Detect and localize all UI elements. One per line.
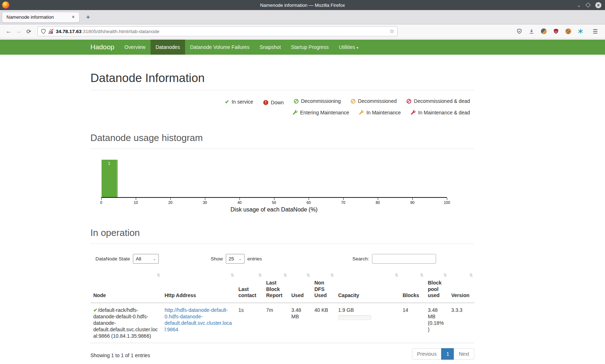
x-tick: 80 xyxy=(376,200,380,205)
legend-in-service: ✔ In service xyxy=(225,97,253,107)
downloads-icon[interactable] xyxy=(529,28,535,35)
tab-close-icon[interactable]: ✕ xyxy=(70,14,76,20)
hadoop-navbar: Hadoop Overview Datanodes Datanode Volum… xyxy=(0,40,605,55)
tracking-protection-shield-icon[interactable] xyxy=(41,28,46,34)
legend-in-maintenance: In Maintenance xyxy=(359,108,401,118)
insecure-lock-icon[interactable] xyxy=(49,29,53,34)
bar-value-label: 1 xyxy=(102,161,117,165)
column-header-version[interactable]: ⇅Version xyxy=(448,270,474,303)
x-tick: 10 xyxy=(134,200,138,205)
cell-http-address: http://hdfs-datanode-default-0.hdfs-data… xyxy=(162,303,236,343)
datanode-http-link[interactable]: http://hdfs-datanode-default-0.hdfs-data… xyxy=(165,307,232,333)
capacity-progress-bar xyxy=(338,315,371,320)
search-label: Search: xyxy=(352,256,369,261)
previous-page-button[interactable]: Previous xyxy=(412,348,442,360)
window-maximize-icon[interactable] xyxy=(586,3,591,8)
check-icon: ✔ xyxy=(93,307,98,313)
cell-used: 3.48 MB xyxy=(288,303,312,343)
column-header-block-pool-used[interactable]: ⇅Block pool used xyxy=(425,270,448,303)
nav-item-utilities[interactable]: Utilities▾ xyxy=(334,40,363,55)
x-tick: 20 xyxy=(168,200,172,205)
nav-item-startup-progress[interactable]: Startup Progress xyxy=(286,40,334,55)
column-header-used[interactable]: ⇅Used xyxy=(288,270,312,303)
divider xyxy=(90,244,474,244)
cell-node: ✔/default-rack/hdfs-datanode-default-0.h… xyxy=(90,303,162,343)
ban-icon xyxy=(294,99,299,104)
cell-capacity: 1.9 GB xyxy=(335,303,400,343)
nav-item-overview[interactable]: Overview xyxy=(120,40,151,55)
x-tick: 0 xyxy=(100,200,102,205)
entries-label: entries xyxy=(247,256,262,261)
column-header-blocks[interactable]: ⇅Blocks xyxy=(400,270,425,303)
x-tick: 40 xyxy=(237,200,242,205)
sort-icon[interactable]: ⇅ xyxy=(469,273,473,278)
sort-icon[interactable]: ⇅ xyxy=(258,273,262,278)
chevron-down-icon: ⌄ xyxy=(238,257,241,261)
back-button[interactable]: ← xyxy=(4,28,14,35)
column-header-http-address[interactable]: ⇅Http Address xyxy=(162,270,236,303)
cell-version: 3.3.3 xyxy=(448,303,474,343)
tab-title: Namenode information xyxy=(6,14,70,20)
new-tab-button[interactable]: + xyxy=(83,13,93,21)
sort-icon[interactable]: ⇅ xyxy=(157,273,160,278)
container-extension-icon[interactable] xyxy=(541,28,547,35)
url-bar[interactable]: 34.78.17.63:31805/dfshealth.html#tab-dat… xyxy=(37,26,398,36)
legend-decommissioned-dead: Decommissioned & dead xyxy=(407,96,470,106)
x-tick: 50 xyxy=(272,200,276,205)
legend-decommissioning: Decommissioning xyxy=(294,96,341,106)
next-page-button[interactable]: Next xyxy=(454,348,474,360)
wrench-icon xyxy=(293,110,297,115)
bookmark-star-icon[interactable]: ☆ xyxy=(390,28,394,35)
datanodes-table: ⇅Node ⇅Http Address ⇅Last contact ⇅Last … xyxy=(90,270,474,343)
legend-down: ! Down xyxy=(263,97,284,108)
histogram-x-axis-label: Disk usage of each DataNode (%) xyxy=(101,206,447,213)
divider xyxy=(90,149,474,149)
nav-item-datanodes[interactable]: Datanodes xyxy=(151,40,185,55)
table-row: ✔/default-rack/hdfs-datanode-default-0.h… xyxy=(90,303,474,343)
ublock-origin-icon[interactable] xyxy=(553,28,559,35)
table-header-row: ⇅Node ⇅Http Address ⇅Last contact ⇅Last … xyxy=(90,270,474,303)
status-legend: ✔ In service ! Down Decommissioning Deco… xyxy=(90,96,474,118)
nav-item-datanode-volume-failures[interactable]: Datanode Volume Failures xyxy=(185,40,255,55)
sort-icon[interactable]: ⇅ xyxy=(230,273,234,278)
page-length-select[interactable]: 25 ⌄ xyxy=(226,254,245,264)
window-title: Namenode information — Mozilla Firefox xyxy=(0,3,605,8)
cell-blocks: 14 xyxy=(400,303,425,343)
sort-icon[interactable]: ⇅ xyxy=(443,273,447,278)
exclamation-circle-icon: ! xyxy=(263,100,268,105)
url-text[interactable]: 34.78.17.63:31805/dfshealth.html#tab-dat… xyxy=(56,29,387,34)
reload-button[interactable]: ⟳ xyxy=(24,28,34,35)
window-minimize-icon[interactable]: ⌄ xyxy=(577,3,581,8)
table-controls: DataNode State All ⌄ Show 25 ⌄ entries S… xyxy=(90,250,474,268)
cell-last-block-report: 7m xyxy=(263,303,288,343)
column-header-capacity[interactable]: ⇅Capacity xyxy=(335,270,400,303)
nav-item-snapshot[interactable]: Snapshot xyxy=(255,40,286,55)
window-close-icon[interactable]: ✕ xyxy=(595,2,601,8)
x-tick: 100 xyxy=(444,200,450,205)
ban-icon xyxy=(351,99,355,104)
hadoop-brand[interactable]: Hadoop xyxy=(90,43,120,51)
cookie-extension-icon[interactable] xyxy=(565,28,572,35)
column-header-non-dfs-used[interactable]: ⇅Non DFS Used xyxy=(312,270,335,303)
divider xyxy=(90,90,474,90)
menu-icon[interactable]: ☰ xyxy=(591,28,600,35)
column-header-last-contact[interactable]: ⇅Last contact xyxy=(236,270,263,303)
sort-icon[interactable]: ⇅ xyxy=(330,273,334,278)
sort-icon[interactable]: ⇅ xyxy=(395,273,398,278)
sort-icon[interactable]: ⇅ xyxy=(420,273,424,278)
column-header-last-block-report[interactable]: ⇅Last Block Report xyxy=(263,270,288,303)
page-1-button[interactable]: 1 xyxy=(441,348,454,360)
browser-tab[interactable]: Namenode information ✕ xyxy=(2,12,80,23)
sort-icon[interactable]: ⇅ xyxy=(306,273,310,278)
asterisk-extension-icon[interactable] xyxy=(578,28,584,35)
histogram-bar: 1 xyxy=(102,160,118,197)
sort-icon[interactable]: ⇅ xyxy=(283,273,287,278)
page-title: Datanode Information xyxy=(90,71,474,85)
protection-badge-icon[interactable] xyxy=(516,28,523,35)
forward-button[interactable]: → xyxy=(14,28,24,35)
cell-last-contact: 1s xyxy=(236,303,263,343)
datanode-usage-histogram: 1 0 10 20 30 40 50 60 70 80 90 100 Disk … xyxy=(90,160,474,213)
column-header-node[interactable]: ⇅Node xyxy=(90,270,162,303)
search-input[interactable] xyxy=(372,254,436,264)
datanode-state-select[interactable]: All ⌄ xyxy=(133,254,159,264)
